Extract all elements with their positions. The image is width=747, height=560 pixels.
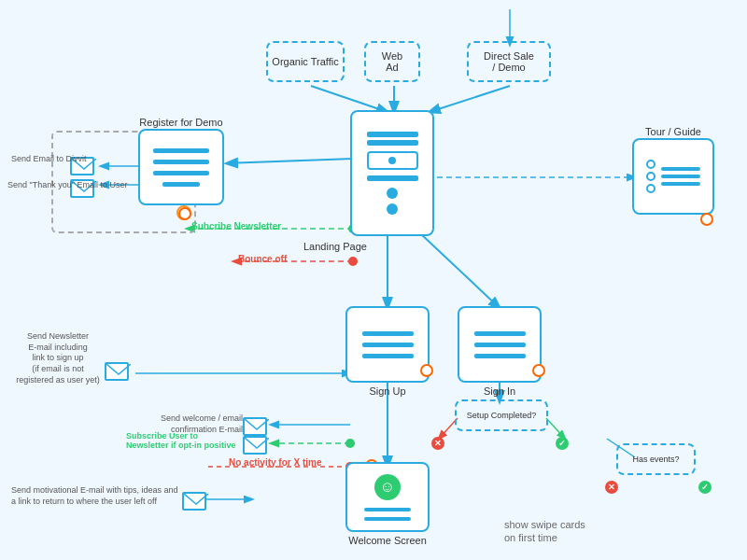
send-thankyou-label: Send "Thank you" Email to User [7,180,127,191]
tour-guide-label: Tour / Guide [632,126,714,137]
sign-up-orange-circle [420,364,433,377]
sign-in-node [458,306,542,383]
send-email-divvit-label: Send Email to Divvit [11,154,87,165]
svg-line-3 [430,86,510,112]
subscribe-newsletter-label: Subcribe Newsletter [191,221,281,231]
direct-sale-node: Direct Sale/ Demo [467,41,551,82]
has-events-green-check: ✓ [698,481,712,494]
has-events-label: Has events? [632,455,679,464]
register-demo-label: Register for Demo [138,117,224,128]
setup-completed-node: Setup Completed? [455,399,548,431]
no-activity-label: No activity for X time [229,457,321,468]
has-events-node: Has events? [616,443,696,475]
show-swipe-label: show swipe cardson first time [504,518,626,545]
register-demo-node [138,129,224,205]
setup-red-x: ✕ [431,437,444,450]
subscribe-user-label: Subscribe User to Newsletter if opt-in p… [126,431,243,450]
sign-up-node [345,306,430,383]
web-ad-label: WebAd [366,50,418,73]
web-ad-node: WebAd [364,41,420,82]
setup-completed-label: Setup Completed? [467,411,537,420]
organic-traffic-node: Organic Traffic [266,41,345,82]
motivational-email-icon [182,492,206,511]
send-newsletter-label: Send NewsletterE-mail includinglink to s… [11,331,105,385]
register-orange-circle [178,207,191,220]
svg-line-20 [546,418,565,439]
sign-up-label: Sign Up [345,385,430,397]
sign-in-orange-circle [532,364,545,377]
svg-point-10 [348,257,358,266]
diagram-canvas: Organic Traffic WebAd Direct Sale/ Demo … [0,0,747,560]
subscribe-newsletter-email-icon [243,436,267,455]
welcome-screen-node: ☺ [345,462,430,532]
sign-in-label: Sign In [458,385,542,397]
svg-line-12 [420,233,500,308]
organic-traffic-label: Organic Traffic [268,56,343,67]
setup-green-check: ✓ [556,437,569,450]
send-motivational-label: Send motivational E-mail with tips, idea… [11,485,182,507]
svg-line-1 [311,86,388,112]
welcome-screen-label: Welcome Screen [331,535,444,546]
svg-point-16 [345,439,355,448]
tour-guide-orange-circle [700,213,713,226]
newsletter-email-icon [105,362,129,381]
has-events-red-x: ✕ [605,481,618,494]
landing-page-label: Landing Page [303,241,367,252]
landing-page-node [350,110,434,236]
svg-line-5 [227,159,353,163]
bounce-off-label: Bounce off [238,254,287,264]
tour-guide-node [632,138,714,215]
welcome-email-icon [243,417,267,436]
direct-sale-label: Direct Sale/ Demo [469,50,549,73]
